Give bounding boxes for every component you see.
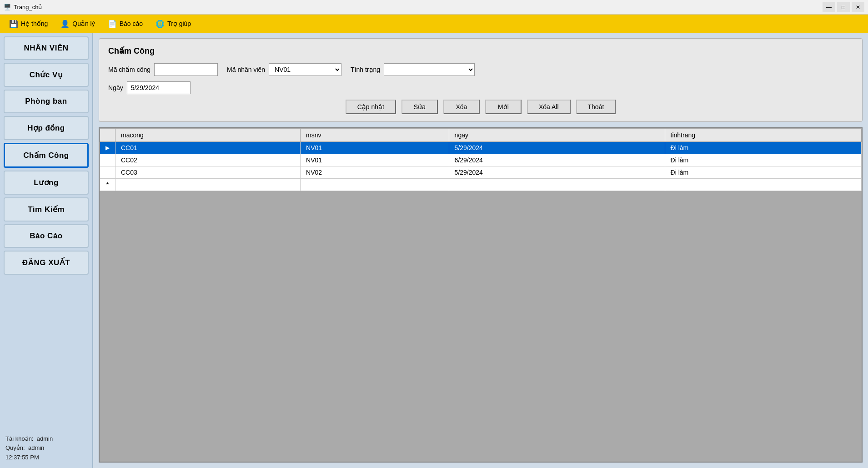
menu-item-tro-giup[interactable]: 🌐 Trợ giúp xyxy=(150,17,196,30)
sidebar-item-phong-ban[interactable]: Phòng ban xyxy=(4,90,89,113)
time-value: 12:37:55 PM xyxy=(5,454,39,461)
sidebar-item-chuc-vu[interactable]: Chức Vụ xyxy=(4,63,89,87)
form-row-1: Mã chấm công Mã nhân viên NV01 NV02 NV03… xyxy=(108,63,853,76)
ma-cham-cong-label: Mã chấm công xyxy=(108,66,151,73)
cell-empty xyxy=(115,179,301,191)
cell-msnv: NV01 xyxy=(301,154,449,166)
cell-empty xyxy=(449,179,665,191)
new-row-indicator: * xyxy=(100,179,115,191)
quan-ly-icon: 👤 xyxy=(60,19,70,28)
row-indicator: ▶ xyxy=(100,142,115,154)
title-bar: 🖥️ Trang_chủ — □ ✕ xyxy=(0,0,868,15)
sidebar-item-tim-kiem[interactable]: Tìm Kiếm xyxy=(4,197,89,221)
row-indicator xyxy=(100,166,115,179)
sidebar-item-cham-cong[interactable]: Chấm Công xyxy=(4,143,89,168)
cell-tinhtrang: Đi làm xyxy=(665,154,861,166)
menu-item-quan-ly[interactable]: 👤 Quản lý xyxy=(55,17,100,30)
tro-giup-icon: 🌐 xyxy=(156,19,165,28)
menu-item-bao-cao[interactable]: 📄 Báo cáo xyxy=(102,17,148,30)
cell-empty xyxy=(665,179,861,191)
table-header: macong msnv ngay tinhtrang xyxy=(100,129,862,142)
he-thong-icon: 💾 xyxy=(9,19,18,28)
field-ngay: Ngày xyxy=(108,81,191,94)
sidebar-item-dang-xuat[interactable]: ĐĂNG XUẤT xyxy=(4,251,89,275)
cell-msnv: NV01 xyxy=(301,142,449,154)
tinh-trang-label: Tình trạng xyxy=(351,66,380,73)
sidebar-footer: Tài khoản: admin Quyền: admin 12:37:55 P… xyxy=(4,433,89,464)
cell-empty xyxy=(301,179,449,191)
tai-khoan-value: admin xyxy=(37,435,53,442)
cell-ngay: 5/29/2024 xyxy=(449,166,665,179)
xoa-all-button[interactable]: Xóa All xyxy=(527,100,571,114)
form-title: Chấm Công xyxy=(108,46,853,56)
menu-label-he-thong: Hệ thống xyxy=(21,20,48,27)
minimize-button[interactable]: — xyxy=(823,2,835,12)
window-title: Trang_chủ xyxy=(14,4,42,10)
close-button[interactable]: ✕ xyxy=(852,2,864,12)
form-row-2: Ngày xyxy=(108,81,853,94)
ma-nhan-vien-select[interactable]: NV01 NV02 NV03 xyxy=(269,63,341,76)
field-tinh-trang: Tình trạng Đi làm Nghỉ phép Nghỉ bệnh xyxy=(351,63,475,76)
cell-ngay: 5/29/2024 xyxy=(449,142,665,154)
xoa-button[interactable]: Xóa xyxy=(443,100,480,114)
sidebar-item-luong[interactable]: Lương xyxy=(4,171,89,195)
cell-tinhtrang: Đi làm xyxy=(665,166,861,179)
title-icon: 🖥️ xyxy=(4,4,11,10)
ngay-input[interactable] xyxy=(127,81,191,94)
cell-msnv: NV02 xyxy=(301,166,449,179)
table-row[interactable]: CC02 NV01 6/29/2024 Đi làm xyxy=(100,154,862,166)
main-layout: NHÂN VIÊN Chức Vụ Phòng ban Hợp đồng Chấ… xyxy=(0,33,868,468)
sidebar-item-nhan-vien[interactable]: NHÂN VIÊN xyxy=(4,36,89,60)
sua-button[interactable]: Sửa xyxy=(401,100,438,114)
col-macong: macong xyxy=(115,129,301,142)
quyen-label: Quyền: xyxy=(5,444,25,451)
quyen-value: admin xyxy=(28,444,44,451)
ma-cham-cong-input[interactable] xyxy=(154,63,218,76)
cell-tinhtrang: Đi làm xyxy=(665,142,861,154)
table-wrapper: macong msnv ngay tinhtrang ▶ CC01 NV01 5… xyxy=(100,128,862,462)
cell-ngay: 6/29/2024 xyxy=(449,154,665,166)
table-empty-area xyxy=(100,191,862,462)
ma-nhan-vien-label: Mã nhân viên xyxy=(227,66,265,73)
field-ma-nhan-vien: Mã nhân viên NV01 NV02 NV03 xyxy=(227,63,341,76)
col-ngay: ngay xyxy=(449,129,665,142)
button-row: Cập nhật Sửa Xóa Mới Xóa All Thoát xyxy=(108,100,853,114)
col-indicator xyxy=(100,129,115,142)
menu-item-he-thong[interactable]: 💾 Hệ thống xyxy=(4,17,53,30)
menu-label-tro-giup: Trợ giúp xyxy=(167,20,191,27)
col-msnv: msnv xyxy=(301,129,449,142)
moi-button[interactable]: Mới xyxy=(485,100,522,114)
table-panel: macong msnv ngay tinhtrang ▶ CC01 NV01 5… xyxy=(99,127,863,463)
sidebar-item-hop-dong[interactable]: Hợp đồng xyxy=(4,116,89,140)
form-panel: Chấm Công Mã chấm công Mã nhân viên NV01… xyxy=(99,38,863,122)
col-tinhtrang: tinhtrang xyxy=(665,129,861,142)
sidebar-item-bao-cao[interactable]: Báo Cáo xyxy=(4,224,89,248)
menu-bar: 💾 Hệ thống 👤 Quản lý 📄 Báo cáo 🌐 Trợ giú… xyxy=(0,15,868,33)
row-indicator xyxy=(100,154,115,166)
table-row[interactable]: ▶ CC01 NV01 5/29/2024 Đi làm xyxy=(100,142,862,154)
menu-label-quan-ly: Quản lý xyxy=(72,20,95,27)
table-body: ▶ CC01 NV01 5/29/2024 Đi làm CC02 NV01 6… xyxy=(100,142,862,191)
menu-label-bao-cao: Báo cáo xyxy=(120,20,143,27)
data-table: macong msnv ngay tinhtrang ▶ CC01 NV01 5… xyxy=(100,128,862,191)
sidebar: NHÂN VIÊN Chức Vụ Phòng ban Hợp đồng Chấ… xyxy=(0,33,93,468)
thoat-button[interactable]: Thoát xyxy=(576,100,616,114)
cap-nhat-button[interactable]: Cập nhật xyxy=(346,100,396,114)
maximize-button[interactable]: □ xyxy=(837,2,850,12)
tinh-trang-select[interactable]: Đi làm Nghỉ phép Nghỉ bệnh xyxy=(384,63,475,76)
cell-macong: CC02 xyxy=(115,154,301,166)
table-row[interactable]: CC03 NV02 5/29/2024 Đi làm xyxy=(100,166,862,179)
cell-macong: CC03 xyxy=(115,166,301,179)
bao-cao-menu-icon: 📄 xyxy=(108,19,117,28)
ngay-label: Ngày xyxy=(108,84,123,91)
field-ma-cham-cong: Mã chấm công xyxy=(108,63,218,76)
content-area: Chấm Công Mã chấm công Mã nhân viên NV01… xyxy=(93,33,868,468)
cell-macong: CC01 xyxy=(115,142,301,154)
tai-khoan-label: Tài khoản: xyxy=(5,435,33,442)
window-controls: — □ ✕ xyxy=(823,2,864,12)
new-row[interactable]: * xyxy=(100,179,862,191)
